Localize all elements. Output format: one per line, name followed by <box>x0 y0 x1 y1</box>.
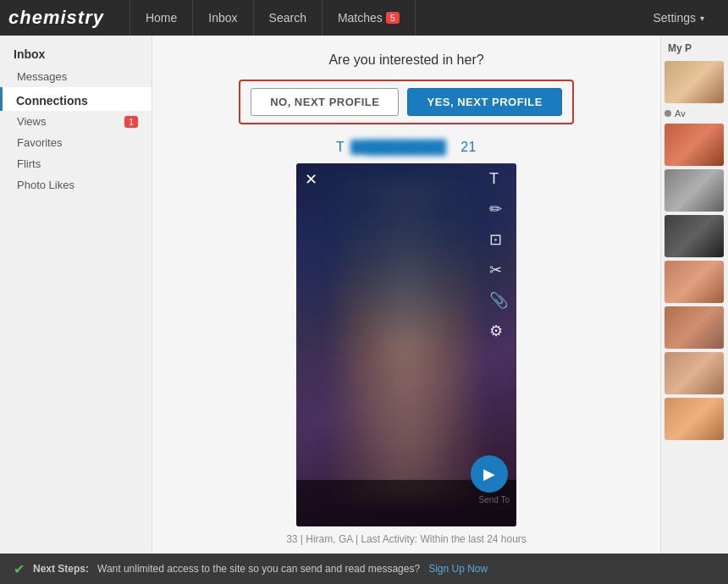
right-thumb-3[interactable] <box>665 169 724 212</box>
yes-next-profile-button[interactable]: YES, NEXT PROFILE <box>407 88 561 116</box>
footer-message: Want unlimited access to the site so you… <box>97 563 420 575</box>
checkmark-icon: ✔ <box>14 561 25 577</box>
paperclip-icon[interactable]: 📎 <box>489 291 508 310</box>
gear-icon[interactable]: ⚙ <box>489 322 508 340</box>
toolbar-right: T ✏ ⊡ ✂ 📎 ⚙ <box>489 170 508 340</box>
right-thumb-4[interactable] <box>665 215 724 257</box>
nav-home[interactable]: Home <box>130 0 193 36</box>
sidebar-item-inbox[interactable]: Inbox <box>0 42 152 66</box>
profile-age: 21 <box>461 140 477 154</box>
footer: ✔ Next Steps: Want unlimited access to t… <box>0 554 728 584</box>
sidebar-item-photo-likes[interactable]: Photo Likes <box>0 174 152 196</box>
sidebar-item-favorites[interactable]: Favorites <box>0 132 152 153</box>
hair-overlay <box>296 163 516 381</box>
profile-name-prefix: T <box>336 140 345 154</box>
logo[interactable]: chemistry <box>8 7 104 29</box>
right-panel: My P Av <box>660 36 728 554</box>
layout: Inbox Messages Connections Views 1 Favor… <box>0 36 728 554</box>
profile-image-container: ✕ T ✏ ⊡ ✂ 📎 ⚙ ▶ Send To <box>296 163 516 526</box>
send-button[interactable]: ▶ <box>471 455 508 493</box>
no-next-profile-button[interactable]: NO, NEXT PROFILE <box>251 88 399 116</box>
header: chemistry Home Inbox Search Matches 5 Se… <box>0 0 728 36</box>
nav-search[interactable]: Search <box>254 0 323 36</box>
interest-question: Are you interested in her? <box>328 52 483 68</box>
crop-icon[interactable]: ⊡ <box>489 230 508 249</box>
right-thumb-1[interactable] <box>665 61 724 103</box>
online-dot <box>665 110 671 117</box>
main-content: Are you interested in her? NO, NEXT PROF… <box>152 36 660 554</box>
sign-up-now-link[interactable]: Sign Up Now <box>428 563 488 575</box>
right-panel-header: My P <box>665 41 725 58</box>
sidebar-item-flirts[interactable]: Flirts <box>0 153 152 174</box>
nav-inbox[interactable]: Inbox <box>193 0 253 36</box>
nav-matches[interactable]: Matches 5 <box>323 0 416 36</box>
text-tool-icon[interactable]: T <box>489 170 508 188</box>
sidebar-item-views[interactable]: Views 1 <box>0 111 152 132</box>
online-status: Av <box>665 107 725 120</box>
scissors-icon[interactable]: ✂ <box>489 261 508 279</box>
right-thumb-7[interactable] <box>665 352 724 394</box>
sidebar: Inbox Messages Connections Views 1 Favor… <box>0 36 152 554</box>
next-steps-label: Next Steps: <box>33 563 89 575</box>
close-icon[interactable]: ✕ <box>305 170 317 189</box>
profile-name-blurred: MI████████ <box>350 140 446 155</box>
profile-details: 33 | Hiram, GA | Last Activity: Within t… <box>286 533 527 545</box>
right-thumb-5[interactable] <box>665 261 724 303</box>
views-badge: 1 <box>124 116 138 128</box>
matches-badge: 5 <box>386 12 400 24</box>
chevron-down-icon: ▾ <box>700 14 704 23</box>
nav-links: Home Inbox Search Matches 5 <box>130 0 637 36</box>
action-buttons: NO, NEXT PROFILE YES, NEXT PROFILE <box>239 80 574 124</box>
right-thumb-8[interactable] <box>665 398 724 440</box>
nav-settings[interactable]: Settings ▾ <box>637 11 720 25</box>
right-thumb-2[interactable] <box>665 124 724 166</box>
send-icon: ▶ <box>483 465 495 483</box>
sidebar-item-messages[interactable]: Messages <box>0 66 152 87</box>
pencil-icon[interactable]: ✏ <box>489 200 508 218</box>
sidebar-item-connections[interactable]: Connections <box>0 87 152 111</box>
profile-name: T MI████████ 21 <box>336 140 477 155</box>
right-thumb-6[interactable] <box>665 306 724 349</box>
